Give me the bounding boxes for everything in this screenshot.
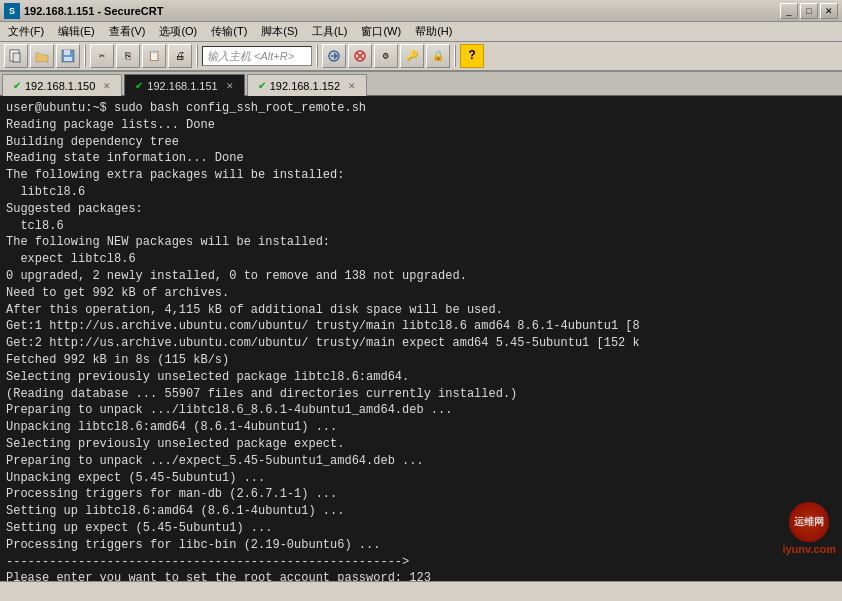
- terminal-line-22: Preparing to unpack .../expect_5.45-5ubu…: [6, 453, 836, 470]
- terminal-line-27: Processing triggers for libc-bin (2.19-0…: [6, 537, 836, 554]
- status-bar: [0, 581, 842, 601]
- window-controls: _ □ ✕: [780, 3, 838, 19]
- terminal-line-2: Reading package lists... Done: [6, 117, 836, 134]
- terminal-line-24: Processing triggers for man-db (2.6.7.1-…: [6, 486, 836, 503]
- terminal-line-25: Setting up libtcl8.6:amd64 (8.6.1-4ubunt…: [6, 503, 836, 520]
- terminal-line-19: Preparing to unpack .../libtcl8.6_8.6.1-…: [6, 402, 836, 419]
- terminal-line-14: Get:1 http://us.archive.ubuntu.com/ubunt…: [6, 318, 836, 335]
- terminal-line-26: Setting up expect (5.45-5ubuntu1) ...: [6, 520, 836, 537]
- window-title: 192.168.1.151 - SecureCRT: [24, 5, 780, 17]
- tab-session-1[interactable]: ✔ 192.168.1.150 ✕: [2, 74, 122, 96]
- connect-button[interactable]: [322, 44, 346, 68]
- toolbar-separator-2: [196, 45, 198, 67]
- menu-transfer[interactable]: 传输(T): [205, 22, 253, 41]
- menu-help[interactable]: 帮助(H): [409, 22, 458, 41]
- terminal-line-18: (Reading database ... 55907 files and di…: [6, 386, 836, 403]
- terminal-line-15: Get:2 http://us.archive.ubuntu.com/ubunt…: [6, 335, 836, 352]
- menu-options[interactable]: 选项(O): [153, 22, 203, 41]
- tab-label-2: 192.168.1.151: [147, 80, 217, 92]
- print-button[interactable]: 🖨: [168, 44, 192, 68]
- watermark-site: iyunv.com: [782, 542, 836, 557]
- toolbar-separator-1: [84, 45, 86, 67]
- tab-close-2[interactable]: ✕: [226, 81, 234, 91]
- close-button[interactable]: ✕: [820, 3, 838, 19]
- terminal-line-7: Suggested packages:: [6, 201, 836, 218]
- terminal-line-12: Need to get 992 kB of archives.: [6, 285, 836, 302]
- tab-check-icon-3: ✔: [258, 80, 266, 91]
- tab-close-3[interactable]: ✕: [348, 81, 356, 91]
- terminal-line-6: libtcl8.6: [6, 184, 836, 201]
- terminal-line-21: Selecting previously unselected package …: [6, 436, 836, 453]
- terminal-line-20: Unpacking libtcl8.6:amd64 (8.6.1-4ubuntu…: [6, 419, 836, 436]
- menu-bar: 文件(F) 编辑(E) 查看(V) 选项(O) 传输(T) 脚本(S) 工具(L…: [0, 22, 842, 42]
- tab-bar: ✔ 192.168.1.150 ✕ ✔ 192.168.1.151 ✕ ✔ 19…: [0, 72, 842, 96]
- menu-tools[interactable]: 工具(L): [306, 22, 353, 41]
- app-icon: S: [4, 3, 20, 19]
- menu-view[interactable]: 查看(V): [103, 22, 152, 41]
- copy-button[interactable]: ⎘: [116, 44, 140, 68]
- paste-button[interactable]: 📋: [142, 44, 166, 68]
- cut-button[interactable]: ✂: [90, 44, 114, 68]
- watermark: 运维网 iyunv.com: [782, 502, 836, 557]
- terminal-line-1: user@ubuntu:~$ sudo bash config_ssh_root…: [6, 100, 836, 117]
- svg-rect-1: [13, 53, 20, 62]
- terminal-area[interactable]: user@ubuntu:~$ sudo bash config_ssh_root…: [0, 96, 842, 581]
- new-session-button[interactable]: [4, 44, 28, 68]
- tab-label-1: 192.168.1.150: [25, 80, 95, 92]
- tab-check-icon-2: ✔: [135, 80, 143, 91]
- minimize-button[interactable]: _: [780, 3, 798, 19]
- terminal-line-3: Building dependency tree: [6, 134, 836, 151]
- tab-label-3: 192.168.1.152: [270, 80, 340, 92]
- terminal-line-4: Reading state information... Done: [6, 150, 836, 167]
- toolbar-separator-4: [454, 45, 456, 67]
- terminal-line-17: Selecting previously unselected package …: [6, 369, 836, 386]
- terminal-line-9: The following NEW packages will be insta…: [6, 234, 836, 251]
- tab-close-1[interactable]: ✕: [103, 81, 111, 91]
- open-button[interactable]: [30, 44, 54, 68]
- disconnect-button[interactable]: [348, 44, 372, 68]
- help-button[interactable]: ?: [460, 44, 484, 68]
- lock-button[interactable]: 🔒: [426, 44, 450, 68]
- svg-rect-3: [64, 50, 70, 55]
- key-button[interactable]: 🔑: [400, 44, 424, 68]
- tab-session-2[interactable]: ✔ 192.168.1.151 ✕: [124, 74, 244, 96]
- menu-file[interactable]: 文件(F): [2, 22, 50, 41]
- menu-window[interactable]: 窗口(W): [355, 22, 407, 41]
- terminal-line-10: expect libtcl8.6: [6, 251, 836, 268]
- terminal-line-28: ----------------------------------------…: [6, 554, 836, 571]
- maximize-button[interactable]: □: [800, 3, 818, 19]
- toolbar: ✂ ⎘ 📋 🖨 ⚙ 🔑 🔒 ?: [0, 42, 842, 72]
- toolbar-separator-3: [316, 45, 318, 67]
- terminal-line-29: Please enter you want to set the root ac…: [6, 570, 836, 581]
- watermark-logo: 运维网: [789, 502, 829, 542]
- terminal-line-13: After this operation, 4,115 kB of additi…: [6, 302, 836, 319]
- terminal-line-16: Fetched 992 kB in 8s (115 kB/s): [6, 352, 836, 369]
- tab-check-icon-1: ✔: [13, 80, 21, 91]
- save-button[interactable]: [56, 44, 80, 68]
- tab-session-3[interactable]: ✔ 192.168.1.152 ✕: [247, 74, 367, 96]
- host-input[interactable]: [202, 46, 312, 66]
- title-bar: S 192.168.1.151 - SecureCRT _ □ ✕: [0, 0, 842, 22]
- menu-edit[interactable]: 编辑(E): [52, 22, 101, 41]
- menu-script[interactable]: 脚本(S): [255, 22, 304, 41]
- settings-button[interactable]: ⚙: [374, 44, 398, 68]
- terminal-line-11: 0 upgraded, 2 newly installed, 0 to remo…: [6, 268, 836, 285]
- terminal-line-8: tcl8.6: [6, 218, 836, 235]
- terminal-line-23: Unpacking expect (5.45-5ubuntu1) ...: [6, 470, 836, 487]
- terminal-line-5: The following extra packages will be ins…: [6, 167, 836, 184]
- svg-rect-4: [64, 57, 72, 61]
